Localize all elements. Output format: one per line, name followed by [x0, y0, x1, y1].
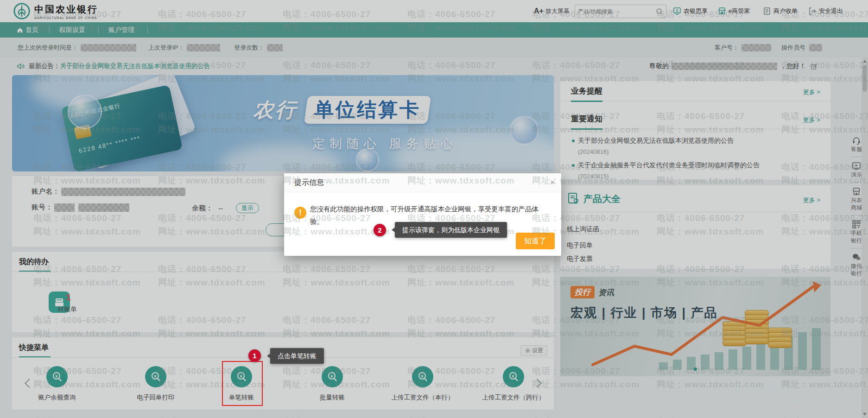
modal-title: 提示信息 — [294, 173, 324, 192]
got-it-button[interactable]: 知道了 — [516, 233, 555, 249]
permission-alert-modal: 提示信息 × ! 您没有此功能的操作权限，可升级开通高版本企业网银，享受更丰富的… — [284, 173, 561, 256]
annotation-step1-badge: 1 — [248, 349, 261, 362]
annotation-step2-tooltip: 提示该弹窗，则为低版本企业网银 — [395, 222, 507, 238]
modal-header: 提示信息 × — [284, 173, 561, 192]
annotation-highlight-box — [222, 361, 263, 406]
page-root: 中国农业银行 AGRICULTURAL BANK OF CHINA A+ 放大屏… — [0, 0, 868, 418]
warning-icon: ! — [294, 207, 306, 219]
annotation-step2-badge: 2 — [374, 224, 386, 236]
annotation-step1-tooltip: 点击单笔转账 — [270, 348, 324, 364]
close-icon[interactable]: × — [550, 173, 555, 192]
